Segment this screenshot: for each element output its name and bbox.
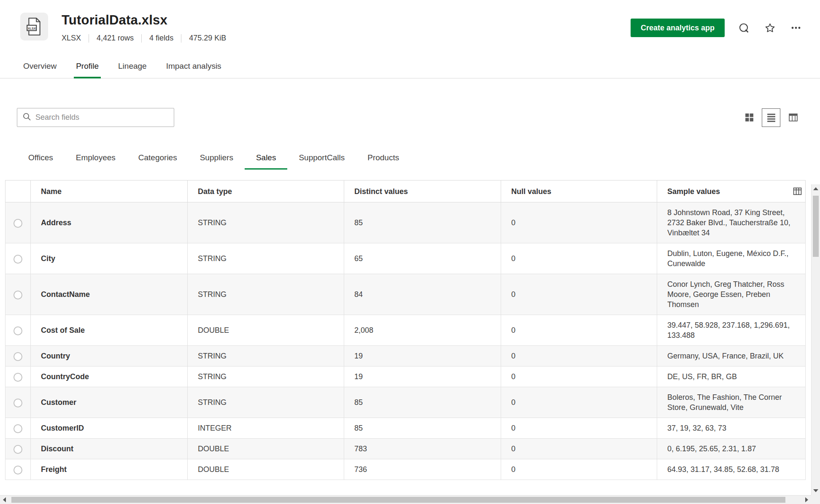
sheet-tab-bar: Offices Employees Categories Suppliers S… — [0, 147, 820, 169]
field-name: Customer — [31, 387, 188, 418]
field-null-values: 0 — [501, 439, 657, 459]
field-distinct-values: 85 — [344, 387, 501, 418]
field-name: Cost of Sale — [31, 315, 188, 346]
row-select-radio[interactable] — [13, 445, 22, 454]
row-select-radio[interactable] — [13, 255, 22, 264]
field-data-type: STRING — [188, 346, 344, 367]
tab-impact-analysis[interactable]: Impact analysis — [156, 55, 231, 78]
toolbar — [0, 108, 820, 127]
file-meta: XLSX 4,421 rows 4 fields 475.29 KiB — [62, 34, 226, 43]
table-row[interactable]: Country STRING 19 0 Germany, USA, France… — [5, 346, 806, 367]
field-null-values: 0 — [501, 387, 657, 418]
field-name: Discount — [31, 439, 188, 459]
file-header: XLSX TutorialData.xlsx XLSX 4,421 rows 4… — [0, 0, 820, 43]
table-row[interactable]: Address STRING 85 0 8 Johnstown Road, 37… — [5, 202, 806, 243]
table-row[interactable]: ContactName STRING 84 0 Conor Lynch, Gre… — [5, 274, 806, 315]
field-data-type: STRING — [188, 274, 344, 315]
page-title: TutorialData.xlsx — [62, 13, 226, 28]
field-sample-values: 8 Johnstown Road, 37 King Street, 2732 B… — [657, 202, 806, 243]
field-distinct-values: 736 — [344, 459, 501, 480]
sheet-tab-suppliers[interactable]: Suppliers — [189, 147, 245, 169]
star-icon[interactable] — [763, 21, 777, 35]
field-sample-values: 0, 6.195, 25.65, 2.31, 1.87 — [657, 439, 806, 459]
field-sample-values: 64.93, 31.17, 34.85, 52.68, 31.78 — [657, 459, 806, 480]
tab-profile[interactable]: Profile — [66, 55, 108, 78]
horizontal-scroll-track[interactable] — [9, 496, 802, 504]
sheet-tab-sales[interactable]: Sales — [245, 147, 288, 169]
table-row[interactable]: Customer STRING 85 0 Boleros, The Fashio… — [5, 387, 806, 418]
vertical-scroll-track[interactable] — [812, 193, 820, 486]
scroll-up-arrow-icon[interactable] — [812, 184, 820, 193]
row-select-radio[interactable] — [13, 373, 22, 382]
table-row[interactable]: Freight DOUBLE 736 0 64.93, 31.17, 34.85… — [5, 459, 806, 480]
field-sample-values: DE, US, FR, BR, GB — [657, 367, 806, 387]
table-row[interactable]: CountryCode STRING 19 0 DE, US, FR, BR, … — [5, 367, 806, 387]
table-view-icon[interactable] — [784, 108, 802, 127]
table-row[interactable]: Discount DOUBLE 783 0 0, 6.195, 25.65, 2… — [5, 439, 806, 459]
row-select-radio[interactable] — [13, 219, 22, 228]
create-analytics-app-button[interactable]: Create analytics app — [631, 19, 725, 37]
field-count: 4 fields — [149, 34, 173, 43]
field-distinct-values: 783 — [344, 439, 501, 459]
field-distinct-values: 85 — [344, 418, 501, 439]
field-data-type: STRING — [188, 243, 344, 274]
table-row[interactable]: Cost of Sale DOUBLE 2,008 0 39.447, 58.9… — [5, 315, 806, 346]
field-distinct-values: 84 — [344, 274, 501, 315]
field-data-type: DOUBLE — [188, 459, 344, 480]
field-distinct-values: 19 — [344, 346, 501, 367]
select-column-header — [5, 181, 31, 202]
search-box[interactable] — [17, 108, 174, 127]
field-name: CustomerID — [31, 418, 188, 439]
field-null-values: 0 — [501, 418, 657, 439]
field-null-values: 0 — [501, 459, 657, 480]
row-select-radio[interactable] — [13, 352, 22, 361]
column-header-distinct-values[interactable]: Distinct values — [344, 181, 501, 202]
sheet-tab-categories[interactable]: Categories — [127, 147, 189, 169]
vertical-scrollbar[interactable] — [811, 184, 820, 495]
sheet-tab-employees[interactable]: Employees — [65, 147, 127, 169]
column-picker-icon[interactable] — [791, 186, 803, 197]
field-sample-values: Conor Lynch, Greg Thatcher, Ross Moore, … — [657, 274, 806, 315]
sheet-tab-supportcalls[interactable]: SupportCalls — [287, 147, 356, 169]
row-select-radio[interactable] — [13, 399, 22, 407]
row-select-radio[interactable] — [13, 466, 22, 474]
field-null-values: 0 — [501, 202, 657, 243]
fields-table: Name Data type Distinct values Null valu… — [5, 180, 806, 480]
row-select-radio[interactable] — [13, 424, 22, 433]
q-loop-icon[interactable] — [736, 21, 751, 35]
column-header-sample-values[interactable]: Sample values — [657, 181, 806, 202]
meta-divider — [141, 34, 142, 43]
sheet-tab-offices[interactable]: Offices — [17, 147, 65, 169]
field-null-values: 0 — [501, 315, 657, 346]
row-select-radio[interactable] — [13, 326, 22, 335]
vertical-scroll-thumb[interactable] — [813, 196, 819, 257]
field-sample-values: Dublin, Luton, Eugene, México D.F., Cune… — [657, 243, 806, 274]
search-input[interactable] — [35, 113, 169, 122]
column-header-data-type[interactable]: Data type — [188, 181, 344, 202]
horizontal-scrollbar[interactable] — [0, 495, 811, 504]
column-header-name[interactable]: Name — [31, 181, 188, 202]
ellipsis-menu-icon[interactable] — [789, 21, 803, 35]
sheet-tab-products[interactable]: Products — [356, 147, 410, 169]
column-header-null-values[interactable]: Null values — [501, 181, 657, 202]
sample-values-label: Sample values — [667, 187, 720, 196]
tab-lineage[interactable]: Lineage — [108, 55, 156, 78]
tab-overview[interactable]: Overview — [13, 55, 66, 78]
list-view-icon[interactable] — [762, 108, 780, 127]
field-data-type: INTEGER — [188, 418, 344, 439]
field-data-type: STRING — [188, 202, 344, 243]
search-icon — [22, 112, 31, 123]
xlsx-file-icon: XLSX — [20, 13, 48, 40]
scroll-right-arrow-icon[interactable] — [802, 496, 811, 504]
scroll-down-arrow-icon[interactable] — [812, 486, 820, 495]
field-name: Address — [31, 202, 188, 243]
meta-divider — [181, 34, 181, 43]
file-size: 475.29 KiB — [189, 34, 226, 43]
table-row[interactable]: City STRING 65 0 Dublin, Luton, Eugene, … — [5, 243, 806, 274]
row-select-radio[interactable] — [13, 291, 22, 299]
grid-view-icon[interactable] — [740, 108, 758, 127]
table-row[interactable]: CustomerID INTEGER 85 0 37, 19, 32, 63, … — [5, 418, 806, 439]
scroll-left-arrow-icon[interactable] — [0, 496, 9, 504]
row-count: 4,421 rows — [97, 34, 134, 43]
horizontal-scroll-thumb[interactable] — [11, 497, 785, 503]
